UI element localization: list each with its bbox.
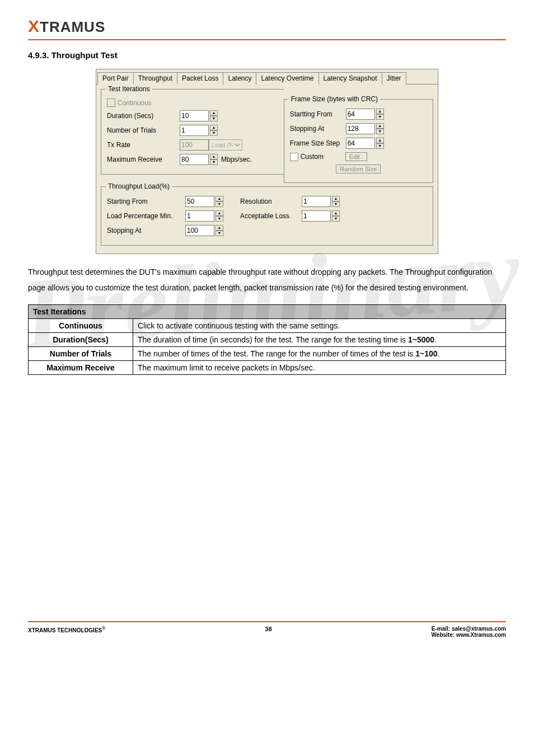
table-row: Number of Trials The number of times of … [29, 347, 506, 361]
legend-frame-size: Frame Size (bytes with CRC) [289, 95, 380, 103]
spin-up-icon[interactable]: ▲ [210, 125, 218, 130]
spin-up-icon[interactable]: ▲ [210, 154, 218, 159]
row-label: Duration(Secs) [29, 333, 133, 347]
random-size-button: Random Size [336, 165, 381, 173]
spin-up-icon[interactable]: ▲ [376, 109, 384, 114]
group-test-iterations: Test Iterations Continuous Duration (Sec… [101, 89, 284, 175]
footer-page: 38 [265, 626, 271, 632]
trials-spinner[interactable]: ▲▼ [180, 125, 218, 136]
tl-stop-spinner[interactable]: ▲▼ [185, 225, 223, 236]
tab-latency-snapshot[interactable]: Latency Snapshot [318, 72, 382, 84]
description-text: Throughput test determines the DUT's max… [28, 264, 506, 295]
tl-res-spinner[interactable]: ▲▼ [302, 196, 340, 207]
spin-up-icon[interactable]: ▲ [216, 225, 223, 231]
spin-down-icon[interactable]: ▼ [216, 216, 223, 222]
tl-loss-label: Acceptable Loss [240, 212, 302, 220]
row-desc: The duration of time (in seconds) for th… [133, 333, 506, 347]
spin-down-icon[interactable]: ▼ [216, 201, 223, 207]
logo-x: X [28, 17, 40, 35]
row-desc: The maximum limit to receive packets in … [133, 361, 506, 375]
continuous-checkbox[interactable] [107, 98, 115, 107]
tl-stop-input[interactable] [185, 225, 214, 236]
txrate-label: Tx Rate [107, 141, 180, 149]
spin-down-icon[interactable]: ▼ [210, 159, 218, 165]
tl-start-spinner[interactable]: ▲▼ [185, 196, 223, 207]
throughput-dialog: Port Pair Throughput Packet Loss Latency… [96, 69, 438, 254]
tl-min-spinner[interactable]: ▲▼ [185, 210, 223, 222]
maxrecv-input[interactable] [180, 154, 209, 165]
tl-start-input[interactable] [185, 196, 214, 207]
fs-stop-spinner[interactable]: ▲▼ [346, 123, 384, 134]
spin-down-icon[interactable]: ▼ [216, 231, 223, 236]
spin-up-icon[interactable]: ▲ [216, 196, 223, 201]
spin-up-icon[interactable]: ▲ [216, 210, 223, 216]
tl-loss-spinner[interactable]: ▲▼ [302, 210, 340, 222]
tab-jitter[interactable]: Jitter [382, 72, 406, 84]
group-throughput-load: Throughput Load(%) Starting From ▲▼ Reso… [101, 186, 433, 246]
spin-down-icon[interactable]: ▼ [376, 143, 384, 149]
footer-right: E-mail: sales@xtramus.com Website: www.X… [432, 626, 506, 638]
txrate-spinner [180, 139, 209, 151]
fs-stop-label: Stopping At [290, 125, 346, 133]
tab-port-pair[interactable]: Port Pair [97, 72, 134, 84]
table-row: Maximum Receive The maximum limit to rec… [29, 361, 506, 375]
footer: XTRAMUS TECHNOLOGIES® 38 E-mail: sales@x… [28, 621, 506, 638]
footer-left: XTRAMUS TECHNOLOGIES® [28, 626, 105, 633]
row-desc: Click to activate continuous testing wit… [133, 319, 506, 333]
fs-step-spinner[interactable]: ▲▼ [346, 138, 384, 149]
legend-throughput-load: Throughput Load(%) [106, 182, 172, 190]
spin-down-icon[interactable]: ▼ [376, 114, 384, 120]
row-desc: The number of times of the test. The ran… [133, 347, 506, 361]
info-table: Test Iterations Continuous Click to acti… [28, 304, 506, 375]
maxrecv-spinner[interactable]: ▲▼ [180, 154, 218, 165]
legend-test-iterations: Test Iterations [106, 85, 152, 93]
spin-up-icon[interactable]: ▲ [376, 138, 384, 143]
logo: XTRAMUS [28, 18, 105, 35]
row-label: Maximum Receive [29, 361, 133, 375]
tab-packet-loss[interactable]: Packet Loss [177, 72, 223, 84]
tl-res-label: Resolution [240, 198, 302, 205]
fs-start-spinner[interactable]: ▲▼ [346, 109, 384, 120]
custom-label: Custom [301, 153, 345, 161]
tl-min-label: Load Percentage Min. [107, 212, 185, 220]
tl-start-label: Starting From [107, 198, 185, 205]
group-frame-size: Frame Size (bytes with CRC) Startting Fr… [284, 99, 433, 183]
tab-latency[interactable]: Latency [223, 72, 256, 84]
spin-up-icon[interactable]: ▲ [332, 196, 340, 201]
spin-up-icon[interactable]: ▲ [210, 110, 218, 116]
fs-stop-input[interactable] [346, 123, 375, 134]
spin-down-icon[interactable]: ▼ [332, 201, 340, 207]
txrate-unit-combo: Load (%) [209, 139, 242, 151]
custom-checkbox[interactable] [290, 153, 298, 161]
maxrecv-unit: Mbps/sec. [221, 156, 252, 163]
tab-throughput[interactable]: Throughput [133, 72, 177, 84]
continuous-label: Continuous [118, 99, 152, 107]
spin-up-icon[interactable]: ▲ [332, 210, 340, 216]
fs-step-input[interactable] [346, 138, 375, 149]
duration-label: Duration (Secs) [107, 112, 180, 120]
duration-input[interactable] [180, 110, 209, 121]
spin-up-icon[interactable]: ▲ [376, 123, 384, 129]
maxrecv-label: Maximum Receive [107, 156, 180, 163]
spin-down-icon[interactable]: ▼ [210, 116, 218, 121]
txrate-input [180, 139, 209, 151]
edit-button: Edit.. [345, 152, 367, 161]
table-row: Continuous Click to activate continuous … [29, 319, 506, 333]
trials-input[interactable] [180, 125, 209, 136]
table-row: Duration(Secs) The duration of time (in … [29, 333, 506, 347]
fs-step-label: Frame Size Step [290, 139, 346, 147]
header: XTRAMUS [28, 17, 506, 40]
tl-loss-input[interactable] [302, 210, 331, 222]
tl-stop-label: Stopping At [107, 227, 185, 234]
spin-down-icon[interactable]: ▼ [332, 216, 340, 222]
duration-spinner[interactable]: ▲▼ [180, 110, 218, 121]
table-header: Test Iterations [29, 305, 506, 319]
spin-down-icon[interactable]: ▼ [376, 129, 384, 134]
fs-start-input[interactable] [346, 109, 375, 120]
spin-down-icon[interactable]: ▼ [210, 130, 218, 136]
tl-min-input[interactable] [185, 210, 214, 222]
tab-latency-overtime[interactable]: Latency Overtime [256, 72, 318, 84]
tl-res-input[interactable] [302, 196, 331, 207]
section-title: 4.9.3. Throughput Test [28, 50, 506, 60]
logo-rest: TRAMUS [40, 18, 105, 35]
